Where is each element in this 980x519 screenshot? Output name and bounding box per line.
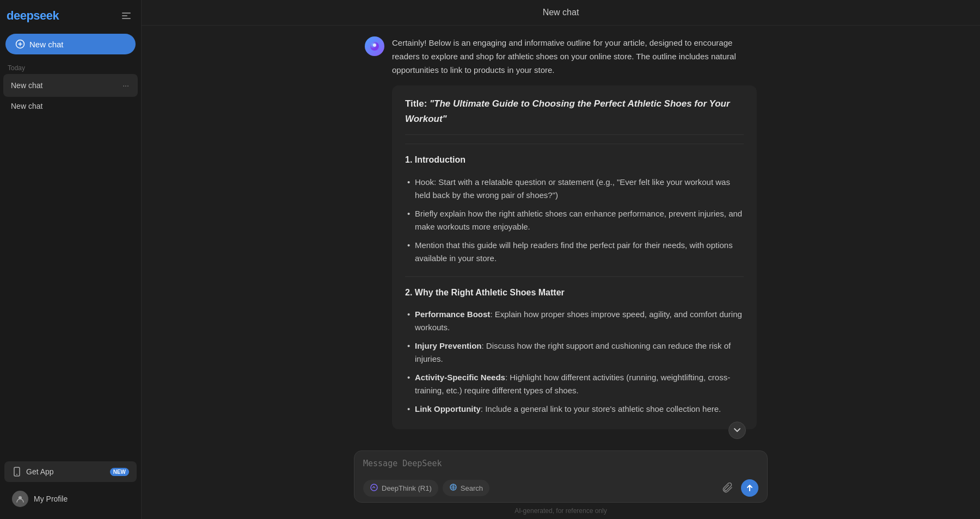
title-prefix: Title:: [405, 98, 430, 109]
attach-button[interactable]: [719, 479, 737, 497]
new-chat-icon: [15, 39, 25, 49]
bullet-1-1: Hook: Start with a relatable question or…: [405, 173, 744, 205]
globe-icon: [449, 483, 457, 491]
divider-2: [405, 276, 744, 277]
new-badge: NEW: [110, 468, 129, 476]
chevron-down-icon: [733, 427, 741, 434]
bullet-2-4: Link Opportunity: Include a general link…: [405, 400, 744, 418]
assistant-avatar: [365, 36, 384, 56]
send-button[interactable]: [741, 479, 758, 497]
input-footer: DeepThink (R1) Search: [363, 479, 758, 497]
message-wrapper: Certainly! Below is an engaging and info…: [354, 36, 768, 440]
bullet-1-2: Briefly explain how the right athletic s…: [405, 205, 744, 236]
send-icon: [745, 484, 754, 492]
section-2-heading: 2. Why the Right Athletic Shoes Matter: [405, 286, 744, 300]
chat-item-2[interactable]: New chat: [3, 97, 138, 115]
input-box: DeepThink (R1) Search: [354, 450, 768, 503]
main-header: New chat: [142, 0, 980, 26]
profile-label: My Profile: [34, 495, 68, 503]
input-actions: [719, 479, 758, 497]
deepthink-icon: [370, 483, 378, 493]
profile-button[interactable]: My Profile: [4, 485, 137, 512]
page-title: New chat: [543, 8, 579, 17]
phone-icon: [12, 467, 22, 477]
r1-icon: [370, 483, 378, 492]
response-box: Title: "The Ultimate Guide to Choosing t…: [392, 85, 757, 429]
svg-rect-1: [122, 15, 127, 16]
paperclip-icon: [722, 483, 733, 493]
section-2-bullets: Performance Boost: Explain how proper sh…: [405, 305, 744, 418]
sidebar-toggle-button[interactable]: [118, 8, 134, 24]
avatar-icon: [16, 495, 24, 503]
search-label: Search: [461, 484, 483, 492]
get-app-label: Get App: [26, 467, 54, 476]
new-chat-button[interactable]: New chat: [5, 34, 136, 54]
chat-item-1-text: New chat: [11, 81, 119, 90]
response-title: Title: "The Ultimate Guide to Choosing t…: [405, 96, 744, 135]
input-area: DeepThink (R1) Search: [142, 444, 980, 519]
section-1-heading: 1. Introduction: [405, 153, 744, 167]
divider-1: [405, 144, 744, 144]
logo: deepseek: [7, 9, 59, 23]
message-input[interactable]: [363, 459, 758, 472]
avatar: [12, 491, 28, 507]
chat-item-1-menu-button[interactable]: ···: [119, 79, 132, 92]
new-chat-label: New chat: [29, 40, 64, 49]
bullet-2-1: Performance Boost: Explain how proper sh…: [405, 305, 744, 337]
sidebar-header: deepseek: [0, 0, 141, 29]
message: Certainly! Below is an engaging and info…: [365, 36, 757, 429]
deepthink-button[interactable]: DeepThink (R1): [363, 480, 438, 497]
message-intro-text: Certainly! Below is an engaging and info…: [392, 36, 757, 77]
sidebar: deepseek New chat Today New chat ··· New…: [0, 0, 142, 519]
svg-point-5: [16, 474, 17, 475]
svg-rect-0: [122, 13, 131, 14]
bullet-1-3: Mention that this guide will help reader…: [405, 236, 744, 268]
bullet-2-3: Activity-Specific Needs: Highlight how d…: [405, 368, 744, 400]
logo-text: deepseek: [7, 9, 59, 23]
scroll-down-button[interactable]: [728, 422, 746, 439]
search-button[interactable]: Search: [443, 480, 489, 496]
bullet-2-2: Injury Prevention: Discuss how the right…: [405, 337, 744, 368]
chat-area[interactable]: Certainly! Below is an engaging and info…: [142, 26, 980, 444]
toggle-icon: [121, 11, 131, 21]
chat-item-2-text: New chat: [11, 102, 132, 110]
deepseek-avatar-icon: [369, 41, 380, 52]
main-content: New chat: [142, 0, 980, 519]
sidebar-bottom: Get App NEW My Profile: [0, 458, 141, 519]
search-icon: [449, 483, 457, 493]
title-text: "The Ultimate Guide to Choosing the Perf…: [405, 98, 730, 124]
chat-item-1[interactable]: New chat ···: [3, 74, 138, 97]
deepthink-label: DeepThink (R1): [382, 484, 432, 492]
get-app-button[interactable]: Get App NEW: [4, 461, 137, 482]
footer-note: AI-generated, for reference only: [514, 507, 607, 515]
message-content-block: Certainly! Below is an engaging and info…: [392, 36, 757, 429]
section-1-bullets: Hook: Start with a relatable question or…: [405, 173, 744, 268]
svg-rect-2: [122, 18, 131, 19]
section-today-label: Today: [0, 61, 141, 74]
